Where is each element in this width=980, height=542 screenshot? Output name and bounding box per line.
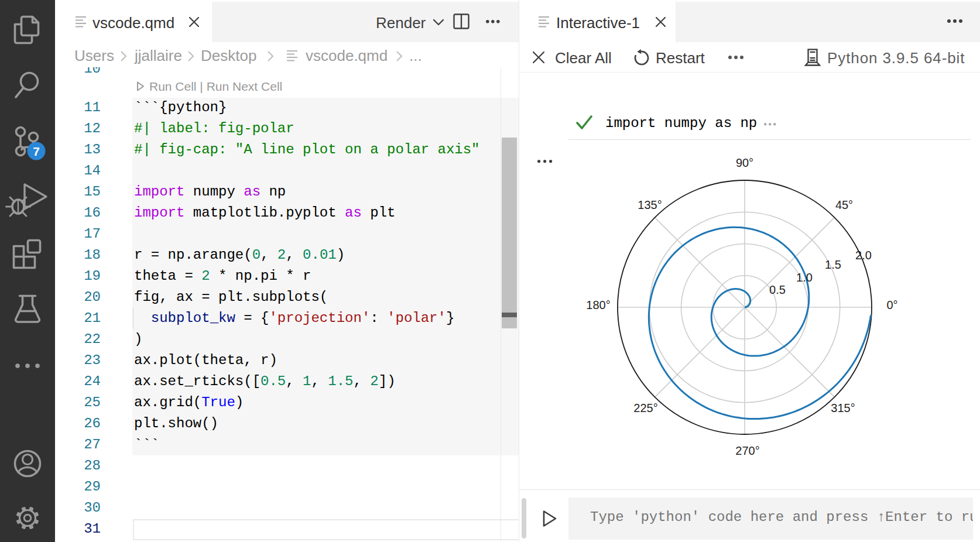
svg-text:1.5: 1.5 (825, 258, 841, 271)
svg-text:180°: 180° (586, 299, 610, 311)
svg-text:0°: 0° (886, 299, 897, 311)
svg-text:1.0: 1.0 (796, 271, 813, 284)
svg-text:45°: 45° (835, 198, 853, 211)
svg-text:225°: 225° (633, 402, 657, 414)
svg-text:2.0: 2.0 (855, 249, 872, 262)
svg-text:7: 7 (33, 145, 40, 158)
svg-text:315°: 315° (831, 402, 855, 414)
svg-text:0.5: 0.5 (769, 283, 786, 296)
svg-text:270°: 270° (735, 444, 759, 457)
svg-text:90°: 90° (736, 156, 753, 169)
svg-text:135°: 135° (638, 198, 662, 211)
